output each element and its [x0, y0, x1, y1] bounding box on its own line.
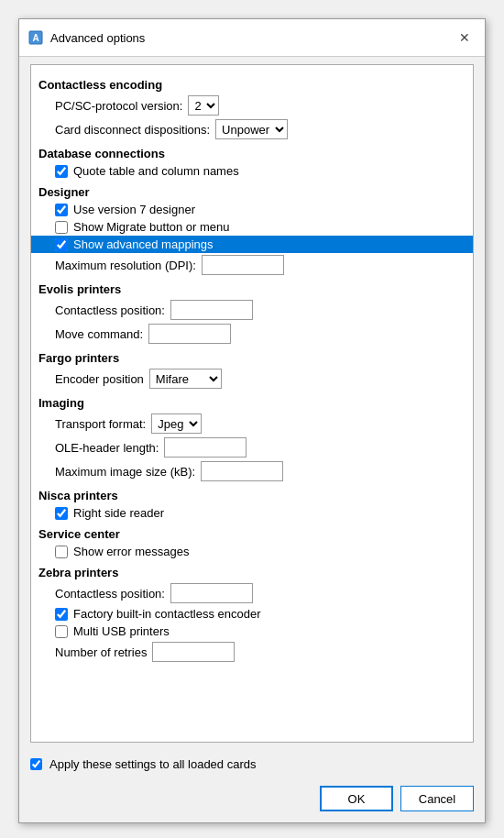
zebra-contactless-label: Contactless position: — [55, 587, 165, 601]
factory-built-checkbox[interactable] — [55, 608, 68, 621]
evolis-contactless-label: Contactless position: — [55, 303, 165, 317]
max-resolution-input[interactable]: 600 — [202, 255, 284, 275]
fargo-printers-header: Fargo printers — [37, 351, 467, 365]
zebra-contactless-input[interactable]: 800 — [170, 583, 253, 603]
contactless-encoding-header: Contactless encoding — [37, 78, 467, 92]
show-advanced-checkbox[interactable] — [55, 238, 68, 251]
show-error-messages-row: Show error messages — [37, 543, 467, 560]
database-connections-header: Database connections — [37, 147, 467, 160]
use-version7-row: Use version 7 designer — [37, 201, 467, 218]
use-version7-label: Use version 7 designer — [73, 203, 195, 216]
button-row: OK Cancel — [19, 778, 485, 822]
multi-usb-row: Multi USB printers — [37, 623, 467, 640]
num-retries-row: Number of retries 10 — [37, 640, 467, 664]
right-side-reader-label: Right side reader — [73, 506, 164, 520]
evolis-move-command-label: Move command: — [55, 327, 143, 341]
transport-format-select[interactable]: Jpeg Bmp Png — [151, 413, 202, 434]
pc-sc-label: PC/SC-protocol version: — [55, 99, 182, 113]
evolis-contactless-input[interactable]: 1700 — [170, 300, 253, 320]
right-side-reader-checkbox[interactable] — [55, 507, 68, 520]
close-button[interactable]: ✕ — [454, 27, 476, 49]
cancel-button[interactable]: Cancel — [400, 786, 474, 811]
fargo-encoder-label: Encoder position — [55, 372, 144, 386]
dialog-icon: A — [28, 30, 43, 45]
pc-sc-select[interactable]: 2 — [188, 95, 219, 116]
footer: Apply these settings to all loaded cards — [19, 750, 485, 778]
svg-text:A: A — [32, 33, 38, 43]
quote-table-checkbox[interactable] — [55, 165, 68, 178]
ole-header-input[interactable]: 78 — [164, 437, 247, 458]
zebra-contactless-row: Contactless position: 800 — [37, 581, 467, 605]
num-retries-label: Number of retries — [55, 645, 147, 659]
max-image-size-input[interactable]: 4096 — [201, 461, 283, 481]
show-migrate-row: Show Migrate button or menu — [37, 218, 467, 236]
pc-sc-row: PC/SC-protocol version: 2 — [37, 94, 467, 117]
title-bar: A Advanced options ✕ — [19, 19, 485, 57]
factory-built-row: Factory built-in contactless encoder — [37, 605, 467, 623]
num-retries-input[interactable]: 10 — [152, 642, 235, 662]
apply-settings-checkbox[interactable] — [30, 758, 42, 770]
factory-built-label: Factory built-in contactless encoder — [73, 607, 260, 621]
fargo-encoder-select[interactable]: Mifare Standard HID — [149, 369, 222, 389]
ole-header-row: OLE-header length: 78 — [37, 436, 467, 459]
right-side-reader-row: Right side reader — [37, 504, 467, 522]
evolis-move-command-input[interactable]: Sic — [148, 324, 231, 344]
apply-settings-label: Apply these settings to all loaded cards — [49, 757, 256, 771]
evolis-move-command-row: Move command: Sic — [37, 322, 467, 346]
quote-table-label: Quote table and column names — [73, 164, 239, 178]
max-image-size-label: Maximum image size (kB): — [55, 465, 195, 479]
transport-format-label: Transport format: — [55, 417, 146, 431]
zebra-printers-header: Zebra printers — [37, 566, 467, 579]
fargo-encoder-row: Encoder position Mifare Standard HID — [37, 367, 467, 391]
designer-header: Designer — [37, 185, 467, 199]
ole-header-label: OLE-header length: — [55, 441, 159, 455]
evolis-contactless-row: Contactless position: 1700 — [37, 298, 467, 322]
card-disconnect-select[interactable]: Unpower Leave Reset — [215, 119, 288, 139]
show-migrate-checkbox[interactable] — [55, 221, 68, 234]
ok-button[interactable]: OK — [320, 786, 393, 811]
options-panel: Contactless encoding PC/SC-protocol vers… — [30, 64, 474, 743]
show-advanced-row[interactable]: Show advanced mappings — [31, 236, 473, 253]
evolis-printers-header: Evolis printers — [37, 282, 467, 296]
show-error-messages-label: Show error messages — [73, 545, 189, 558]
advanced-options-dialog: A Advanced options ✕ Contactless encodin… — [18, 18, 486, 823]
dialog-title: Advanced options — [50, 31, 145, 45]
use-version7-checkbox[interactable] — [55, 204, 68, 216]
show-migrate-label: Show Migrate button or menu — [73, 220, 230, 234]
max-image-size-row: Maximum image size (kB): 4096 — [37, 459, 467, 483]
title-bar-left: A Advanced options — [28, 30, 145, 45]
nisca-printers-header: Nisca printers — [37, 489, 467, 502]
imaging-header: Imaging — [37, 396, 467, 410]
show-error-messages-checkbox[interactable] — [55, 546, 68, 558]
service-center-header: Service center — [37, 527, 467, 541]
max-resolution-row: Maximum resolution (DPI): 600 — [37, 253, 467, 277]
quote-table-row: Quote table and column names — [37, 162, 467, 180]
show-advanced-label: Show advanced mappings — [73, 237, 214, 251]
transport-format-row: Transport format: Jpeg Bmp Png — [37, 412, 467, 436]
max-resolution-label: Maximum resolution (DPI): — [55, 259, 196, 272]
card-disconnect-row: Card disconnect dispositions: Unpower Le… — [37, 117, 467, 141]
card-disconnect-label: Card disconnect dispositions: — [55, 123, 210, 137]
dialog-content: Contactless encoding PC/SC-protocol vers… — [19, 57, 485, 750]
multi-usb-label: Multi USB printers — [73, 624, 170, 638]
multi-usb-checkbox[interactable] — [55, 625, 68, 638]
